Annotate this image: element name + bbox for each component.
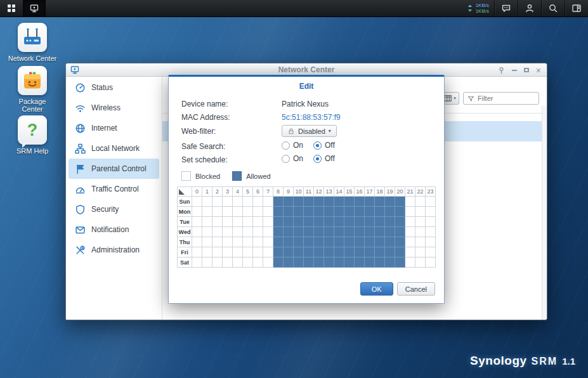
schedule-cell-thu-6[interactable] — [253, 237, 263, 247]
schedule-cell-mon-0[interactable] — [192, 207, 202, 217]
schedule-cell-mon-1[interactable] — [202, 207, 212, 217]
sidebar-item-parental-control[interactable]: Parental Control — [69, 159, 159, 179]
schedule-cell-sun-17[interactable] — [365, 197, 375, 207]
schedule-cell-fri-0[interactable] — [192, 247, 202, 257]
schedule-cell-thu-23[interactable] — [426, 237, 436, 247]
select-all-corner[interactable] — [178, 187, 192, 197]
schedule-cell-mon-15[interactable] — [344, 207, 355, 217]
schedule-cell-thu-16[interactable] — [355, 237, 365, 247]
schedule-cell-sat-0[interactable] — [192, 257, 202, 268]
hour-header-11[interactable]: 11 — [304, 187, 314, 197]
schedule-cell-thu-7[interactable] — [263, 237, 273, 247]
schedule-cell-wed-2[interactable] — [212, 227, 223, 237]
schedule-cell-sat-1[interactable] — [202, 257, 212, 268]
network-traffic-indicator[interactable]: 1KB/s 1KB/s — [461, 0, 494, 16]
day-label-sat[interactable]: Sat — [178, 257, 192, 268]
schedule-cell-sat-3[interactable] — [223, 257, 233, 268]
schedule-cell-sun-8[interactable] — [273, 197, 284, 207]
schedule-cell-fri-12[interactable] — [314, 247, 324, 257]
schedule-cell-tue-22[interactable] — [415, 217, 426, 227]
schedule-cell-sun-23[interactable] — [426, 197, 436, 207]
schedule-cell-wed-9[interactable] — [284, 227, 294, 237]
hour-header-17[interactable]: 17 — [365, 187, 375, 197]
cancel-button[interactable]: Cancel — [397, 282, 435, 296]
radio-option-on[interactable]: On — [282, 154, 303, 163]
schedule-cell-tue-16[interactable] — [355, 217, 365, 227]
schedule-cell-sat-14[interactable] — [334, 257, 344, 268]
schedule-cell-sat-12[interactable] — [314, 257, 324, 268]
schedule-cell-sun-11[interactable] — [304, 197, 314, 207]
hour-header-20[interactable]: 20 — [395, 187, 405, 197]
schedule-cell-fri-18[interactable] — [375, 247, 385, 257]
schedule-cell-mon-2[interactable] — [212, 207, 223, 217]
schedule-cell-thu-4[interactable] — [233, 237, 243, 247]
schedule-cell-tue-4[interactable] — [233, 217, 243, 227]
hour-header-2[interactable]: 2 — [212, 187, 223, 197]
schedule-cell-fri-10[interactable] — [294, 247, 304, 257]
pin-icon[interactable] — [498, 67, 505, 74]
hour-header-12[interactable]: 12 — [314, 187, 324, 197]
schedule-cell-sat-17[interactable] — [365, 257, 375, 268]
sidebar-item-status[interactable]: Status — [69, 77, 159, 98]
schedule-cell-fri-7[interactable] — [263, 247, 273, 257]
schedule-cell-fri-8[interactable] — [273, 247, 284, 257]
schedule-cell-fri-23[interactable] — [426, 247, 436, 257]
hour-header-1[interactable]: 1 — [202, 187, 212, 197]
day-label-tue[interactable]: Tue — [178, 217, 192, 227]
schedule-cell-tue-8[interactable] — [273, 217, 284, 227]
schedule-cell-tue-1[interactable] — [202, 217, 212, 227]
hour-header-18[interactable]: 18 — [375, 187, 385, 197]
schedule-cell-wed-21[interactable] — [405, 227, 415, 237]
schedule-cell-mon-21[interactable] — [405, 207, 415, 217]
schedule-cell-thu-9[interactable] — [284, 237, 294, 247]
schedule-cell-thu-2[interactable] — [212, 237, 223, 247]
schedule-cell-thu-1[interactable] — [202, 237, 212, 247]
schedule-cell-wed-15[interactable] — [344, 227, 355, 237]
hour-header-10[interactable]: 10 — [294, 187, 304, 197]
schedule-cell-tue-19[interactable] — [385, 217, 395, 227]
schedule-cell-sun-2[interactable] — [212, 197, 223, 207]
hour-header-19[interactable]: 19 — [385, 187, 395, 197]
desktop-icon-package-center[interactable]: Package Center — [8, 66, 57, 113]
desktop-icon-network-center[interactable]: Network Center — [8, 23, 57, 62]
schedule-cell-sat-4[interactable] — [233, 257, 243, 268]
hour-header-23[interactable]: 23 — [426, 187, 436, 197]
schedule-cell-sun-22[interactable] — [415, 197, 426, 207]
schedule-cell-thu-12[interactable] — [314, 237, 324, 247]
schedule-cell-fri-11[interactable] — [304, 247, 314, 257]
radio-circle[interactable] — [282, 141, 290, 150]
schedule-cell-mon-4[interactable] — [233, 207, 243, 217]
schedule-cell-mon-5[interactable] — [243, 207, 253, 217]
schedule-cell-fri-22[interactable] — [415, 247, 426, 257]
day-label-sun[interactable]: Sun — [178, 197, 192, 207]
hour-header-14[interactable]: 14 — [334, 187, 344, 197]
schedule-cell-sat-9[interactable] — [284, 257, 294, 268]
schedule-cell-sun-13[interactable] — [324, 197, 334, 207]
schedule-cell-wed-22[interactable] — [415, 227, 426, 237]
schedule-cell-tue-15[interactable] — [344, 217, 355, 227]
schedule-cell-sun-12[interactable] — [314, 197, 324, 207]
hour-header-7[interactable]: 7 — [263, 187, 273, 197]
schedule-cell-tue-21[interactable] — [405, 217, 415, 227]
schedule-cell-mon-16[interactable] — [355, 207, 365, 217]
schedule-cell-mon-18[interactable] — [375, 207, 385, 217]
schedule-cell-mon-12[interactable] — [314, 207, 324, 217]
schedule-cell-fri-21[interactable] — [405, 247, 415, 257]
schedule-cell-mon-17[interactable] — [365, 207, 375, 217]
schedule-cell-sun-21[interactable] — [405, 197, 415, 207]
schedule-cell-tue-5[interactable] — [243, 217, 253, 227]
main-menu-button[interactable] — [0, 0, 23, 16]
schedule-cell-sun-20[interactable] — [395, 197, 405, 207]
schedule-cell-sat-15[interactable] — [344, 257, 355, 268]
radio-circle[interactable] — [282, 155, 290, 163]
schedule-cell-sat-13[interactable] — [324, 257, 334, 268]
schedule-cell-sat-16[interactable] — [355, 257, 365, 268]
hour-header-9[interactable]: 9 — [284, 187, 294, 197]
schedule-cell-fri-20[interactable] — [395, 247, 405, 257]
open-app-network-center-button[interactable] — [23, 0, 46, 16]
schedule-cell-mon-6[interactable] — [253, 207, 263, 217]
day-label-fri[interactable]: Fri — [178, 247, 192, 257]
schedule-cell-tue-20[interactable] — [395, 217, 405, 227]
hour-header-6[interactable]: 6 — [253, 187, 263, 197]
schedule-cell-sun-0[interactable] — [192, 197, 202, 207]
